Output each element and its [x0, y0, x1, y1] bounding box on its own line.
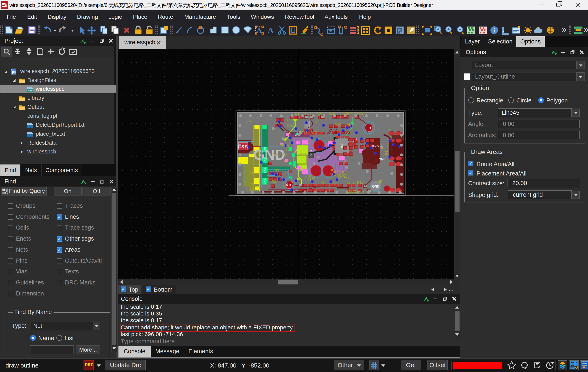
svg-text:J7: J7 — [321, 182, 324, 186]
svg-text:R18: R18 — [328, 112, 335, 115]
svg-text:R1: R1 — [312, 176, 315, 180]
svg-text:R11: R11 — [300, 153, 306, 157]
svg-text:R7: R7 — [275, 169, 279, 173]
svg-text:C15: C15 — [343, 112, 349, 115]
svg-text:LED2: LED2 — [347, 190, 356, 193]
svg-text:A: A — [257, 27, 262, 34]
svg-text:J8: J8 — [284, 191, 288, 195]
svg-text:R5: R5 — [344, 160, 347, 164]
svg-text:i: i — [494, 27, 495, 34]
svg-text:C10: C10 — [273, 152, 279, 156]
svg-text:C8: C8 — [249, 171, 253, 175]
svg-text:C12: C12 — [308, 138, 311, 144]
svg-text:C16: C16 — [351, 111, 358, 115]
svg-text:R12: R12 — [357, 181, 363, 184]
svg-text:C6: C6 — [319, 131, 323, 135]
svg-text:C20: C20 — [308, 175, 312, 181]
svg-text:C5: C5 — [250, 182, 254, 186]
svg-text:R13: R13 — [357, 190, 364, 194]
svg-text:LXB: LXB — [263, 178, 266, 184]
svg-text:U1: U1 — [315, 120, 319, 124]
svg-text:txt: txt — [29, 134, 32, 137]
svg-text:txt: txt — [29, 125, 32, 128]
svg-text:C13: C13 — [286, 145, 289, 151]
svg-text:R9: R9 — [287, 118, 292, 122]
svg-text:R16: R16 — [301, 131, 308, 135]
svg-text:VD2: VD2 — [347, 123, 354, 127]
svg-text:Q1: Q1 — [284, 159, 289, 163]
svg-text:R21: R21 — [344, 172, 347, 178]
svg-text:R2: R2 — [304, 175, 308, 180]
svg-text:J4: J4 — [388, 128, 392, 132]
svg-text:C7: C7 — [310, 164, 313, 168]
svg-text:R10: R10 — [287, 124, 293, 128]
svg-text:LED1: LED1 — [347, 181, 356, 185]
svg-text:A: A — [268, 26, 274, 35]
svg-text:Q4: Q4 — [280, 143, 285, 147]
svg-text:ddb: ddb — [28, 89, 32, 92]
svg-text:J1: J1 — [333, 182, 336, 186]
svg-text:C9: C9 — [283, 152, 287, 156]
svg-text:GND: GND — [372, 185, 379, 188]
svg-text:R4: R4 — [385, 151, 388, 155]
svg-text:R8: R8 — [272, 180, 276, 184]
svg-text:C25: C25 — [347, 173, 351, 179]
svg-text:C14: C14 — [359, 112, 365, 115]
svg-text:R19: R19 — [338, 174, 341, 180]
svg-text:C4: C4 — [247, 119, 251, 123]
svg-text:GND: GND — [372, 144, 379, 148]
svg-text:C19: C19 — [330, 169, 334, 175]
svg-text:VD1: VD1 — [335, 123, 342, 127]
svg-text:R3: R3 — [380, 145, 384, 149]
svg-text:GND: GND — [379, 157, 386, 161]
svg-text:GND: GND — [253, 147, 285, 163]
svg-text:GND: GND — [340, 142, 344, 149]
svg-text:C18: C18 — [333, 170, 337, 176]
svg-text:LXB: LXB — [263, 167, 266, 173]
svg-text:C23: C23 — [316, 112, 322, 116]
svg-text:J5: J5 — [378, 180, 382, 184]
svg-text:VD3: VD3 — [246, 188, 253, 191]
svg-text:R17: R17 — [310, 131, 317, 135]
svg-text:C21: C21 — [305, 112, 312, 116]
svg-text:GND: GND — [295, 133, 301, 136]
